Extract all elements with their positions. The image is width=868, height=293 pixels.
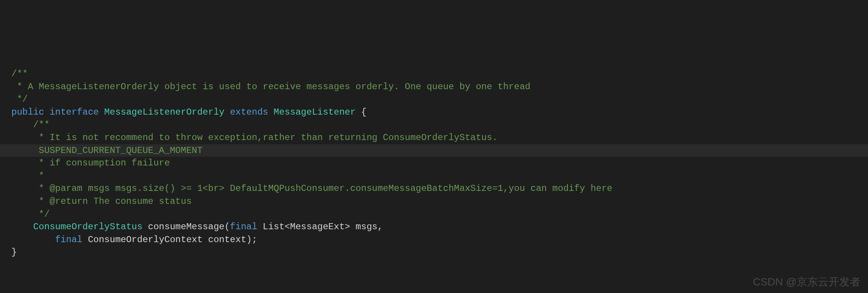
code-line[interactable]: * It is not recommend to throw exception…	[0, 131, 868, 144]
code-content: * @param msgs msgs.size() >= 1<br> Defau…	[11, 182, 612, 195]
code-line[interactable]: * @return The consume status	[0, 195, 868, 208]
code-line[interactable]: ConsumeOrderlyStatus consumeMessage(fina…	[0, 221, 868, 233]
code-segment: SUSPEND_CURRENT_QUEUE_A_MOMENT	[39, 145, 203, 156]
code-content: */	[11, 208, 50, 221]
code-segment: * A MessageListenerOrderly object is use…	[17, 82, 530, 92]
code-segment: ConsumeOrderlyContext context);	[82, 235, 257, 245]
code-content: final ConsumeOrderlyContext context);	[11, 233, 257, 246]
code-content: */	[11, 93, 28, 106]
code-segment: final	[230, 222, 257, 232]
code-segment: MessageListener	[274, 107, 355, 117]
code-segment: /**	[11, 69, 28, 79]
code-content: * if consumption failure	[11, 157, 170, 170]
code-content: SUSPEND_CURRENT_QUEUE_A_MOMENT	[11, 144, 203, 157]
code-segment: * if consumption failure	[39, 158, 170, 168]
code-segment: MessageListenerOrderly	[104, 107, 225, 117]
code-segment: * @param msgs msgs.size() >= 1<br> Defau…	[39, 183, 612, 194]
code-segment: /**	[33, 120, 50, 130]
code-line[interactable]: final ConsumeOrderlyContext context);	[0, 233, 868, 246]
code-segment: consumeMessage(	[143, 222, 230, 232]
code-segment	[99, 107, 104, 117]
code-segment: * @return The consume status	[39, 196, 192, 206]
code-segment: */	[39, 209, 50, 219]
code-segment	[268, 107, 274, 117]
code-segment	[225, 107, 230, 117]
code-segment: extends	[230, 107, 268, 117]
code-segment: }	[11, 247, 17, 257]
code-segment: interface	[50, 107, 99, 117]
watermark: CSDN @京东云开发者	[753, 274, 860, 289]
code-segment: {	[355, 107, 366, 117]
code-content: /**	[11, 118, 50, 131]
code-line[interactable]: SUSPEND_CURRENT_QUEUE_A_MOMENT	[0, 144, 868, 157]
code-content: * @return The consume status	[11, 195, 192, 208]
code-line[interactable]: /**	[0, 68, 868, 80]
code-content: }	[11, 246, 17, 259]
code-line[interactable]: */	[0, 208, 868, 221]
code-content: *	[11, 170, 44, 183]
code-line[interactable]: }	[0, 246, 868, 259]
code-segment: * It is not recommend to throw exception…	[39, 132, 498, 143]
code-segment: List<MessageExt> msgs,	[257, 222, 383, 232]
code-segment: final	[55, 235, 82, 245]
code-content: * A MessageListenerOrderly object is use…	[11, 80, 530, 93]
code-segment: ConsumeOrderlyStatus	[33, 222, 143, 232]
code-segment	[44, 107, 49, 117]
code-line[interactable]: *	[0, 170, 868, 183]
code-line[interactable]: /**	[0, 118, 868, 131]
code-line[interactable]: public interface MessageListenerOrderly …	[0, 106, 868, 119]
code-content: * It is not recommend to throw exception…	[11, 131, 498, 144]
code-segment: *	[39, 171, 44, 181]
code-line[interactable]: * @param msgs msgs.size() >= 1<br> Defau…	[0, 182, 868, 195]
code-content: /**	[11, 68, 28, 80]
code-editor[interactable]: /** * A MessageListenerOrderly object is…	[0, 55, 868, 259]
code-line[interactable]: */	[0, 93, 868, 106]
code-content: public interface MessageListenerOrderly …	[11, 106, 366, 119]
code-segment: public	[11, 107, 44, 117]
code-line[interactable]: * if consumption failure	[0, 157, 868, 170]
code-content: ConsumeOrderlyStatus consumeMessage(fina…	[11, 221, 383, 233]
code-line[interactable]: * A MessageListenerOrderly object is use…	[0, 80, 868, 93]
code-segment: */	[17, 94, 28, 104]
